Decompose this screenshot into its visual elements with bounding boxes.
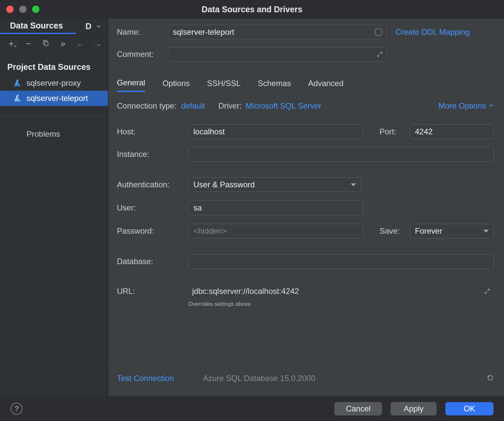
zoom-button[interactable] — [32, 6, 39, 13]
tab-advanced[interactable]: Advanced — [308, 75, 344, 92]
host-input[interactable] — [188, 124, 363, 139]
window-controls — [6, 0, 39, 19]
tab-ssh-ssl[interactable]: SSH/SSL — [207, 75, 240, 92]
tab-options[interactable]: Options — [162, 75, 190, 92]
name-label: Name: — [117, 25, 140, 39]
instance-label: Instance: — [117, 147, 149, 162]
sidebar-divider — [0, 117, 108, 117]
connection-type-label: Connection type: — [117, 101, 176, 111]
driver-label: Driver: — [218, 101, 242, 111]
azure-icon — [12, 79, 21, 87]
cancel-button[interactable]: Cancel — [334, 402, 382, 415]
help-button[interactable]: ? — [11, 403, 23, 415]
minus-icon: − — [26, 39, 31, 49]
chevron-down-icon — [489, 103, 494, 109]
more-options-label: More Options — [438, 101, 486, 111]
host-label: Host: — [117, 124, 135, 139]
sidebar-item-sqlserver-proxy[interactable]: sqlserver-proxy — [0, 75, 108, 91]
copy-icon — [42, 39, 49, 49]
remove-data-source-button[interactable]: − — [22, 37, 35, 50]
revert-button[interactable] — [486, 371, 494, 386]
url-label: URL: — [117, 284, 135, 299]
dialog-button-bar: ? Cancel Apply OK — [0, 396, 504, 421]
form-tabs: General Options SSH/SSL Schemas Advanced — [117, 75, 343, 92]
ok-button[interactable]: OK — [445, 402, 493, 415]
sidebar-tab-bar: Data Sources D — [0, 19, 108, 34]
connection-form: Name: Create DDL Mapping Comment: Genera… — [108, 19, 504, 396]
database-input[interactable] — [188, 254, 494, 269]
close-button[interactable] — [6, 6, 14, 13]
password-field-wrap — [188, 224, 363, 238]
sidebar-item-sqlserver-teleport[interactable]: sqlserver-teleport — [0, 91, 108, 106]
add-data-source-button[interactable]: + — [5, 37, 18, 50]
expand-icon[interactable] — [484, 288, 490, 295]
url-input[interactable] — [188, 284, 494, 299]
authentication-label: Authentication: — [117, 177, 170, 192]
sidebar-toolbar: + − » — [0, 34, 108, 53]
plus-dropdown-caret-icon — [14, 39, 17, 50]
window-title: Data Sources and Drivers — [0, 0, 504, 19]
data-sources-dialog: Data Sources and Drivers Data Sources D … — [0, 0, 504, 421]
azure-icon — [12, 94, 21, 102]
select-arrow-icon — [483, 230, 489, 233]
name-field-spinner-icon — [375, 28, 382, 36]
more-options-link[interactable]: More Options — [438, 99, 494, 113]
port-label: Port: — [379, 124, 396, 139]
name-field-wrap — [168, 25, 386, 39]
titlebar: Data Sources and Drivers — [0, 0, 504, 19]
project-data-sources-header[interactable]: Project Data Sources — [7, 60, 91, 73]
undo-icon — [486, 374, 494, 383]
double-chevron-icon: » — [60, 39, 65, 49]
apply-button[interactable]: Apply — [391, 402, 436, 415]
minimize-button[interactable] — [19, 6, 26, 13]
tab-general[interactable]: General — [117, 75, 145, 92]
password-input[interactable] — [188, 224, 363, 238]
save-label: Save: — [379, 224, 400, 238]
sidebar-item-problems[interactable]: Problems — [0, 126, 108, 142]
user-input[interactable] — [188, 201, 363, 215]
save-value: Forever — [415, 226, 442, 236]
database-label: Database: — [117, 254, 153, 269]
connection-type-value[interactable]: default — [181, 101, 205, 111]
save-select[interactable]: Forever — [410, 224, 494, 238]
tab-data-sources[interactable]: Data Sources — [0, 19, 76, 34]
sidebar: Data Sources D + − — [0, 19, 108, 396]
instance-input[interactable] — [188, 147, 494, 162]
authentication-select[interactable]: User & Password — [188, 177, 361, 192]
comment-field-wrap — [168, 47, 386, 62]
connection-status-text: Azure SQL Database 15.0.2000 — [203, 371, 315, 386]
comment-label: Comment: — [117, 47, 154, 62]
duplicate-button[interactable] — [39, 37, 52, 50]
connection-type-row: Connection type: default Driver: Microso… — [117, 99, 321, 113]
action-buttons: Cancel Apply OK — [334, 402, 493, 415]
forward-button[interactable]: → — [91, 37, 104, 50]
create-ddl-mapping-link[interactable]: Create DDL Mapping — [395, 25, 470, 39]
back-button[interactable]: ← — [74, 37, 87, 50]
test-connection-link[interactable]: Test Connection — [117, 371, 174, 386]
tab-drivers-truncated[interactable]: D — [76, 19, 91, 34]
back-arrow-icon: ← — [76, 39, 85, 49]
expand-icon[interactable] — [377, 51, 383, 58]
more-toolbar-actions-button[interactable]: » — [56, 37, 70, 50]
name-input[interactable] — [168, 25, 386, 39]
tab-schemas[interactable]: Schemas — [258, 75, 291, 92]
user-field-wrap — [188, 201, 363, 215]
url-hint: Overrides settings above — [188, 300, 251, 308]
tab-data-sources-label: Data Sources — [10, 21, 63, 30]
user-label: User: — [117, 201, 136, 215]
comment-input[interactable] — [168, 47, 386, 62]
port-field-wrap — [410, 124, 494, 139]
forward-arrow-icon: → — [93, 39, 102, 49]
authentication-value: User & Password — [193, 180, 255, 189]
select-arrow-icon — [351, 183, 356, 186]
tabs-divider — [108, 92, 504, 92]
database-field-wrap — [188, 254, 494, 269]
port-input[interactable] — [410, 124, 494, 139]
instance-field-wrap — [188, 147, 494, 162]
chevron-down-icon[interactable] — [91, 19, 106, 34]
data-source-label: sqlserver-proxy — [26, 78, 81, 88]
footer-divider — [108, 367, 504, 367]
host-field-wrap — [188, 124, 363, 139]
password-label: Password: — [117, 224, 154, 238]
driver-link[interactable]: Microsoft SQL Server — [246, 101, 322, 111]
